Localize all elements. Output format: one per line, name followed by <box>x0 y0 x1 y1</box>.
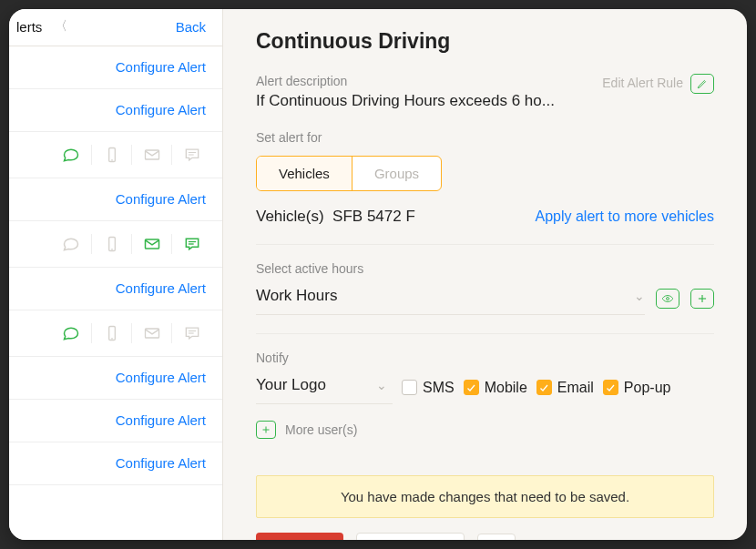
sidebar-item[interactable] <box>9 310 222 357</box>
app-window: lerts 〈 Back Configure Alert Configure A… <box>9 9 747 540</box>
scope-vehicles-tab[interactable]: Vehicles <box>257 157 352 190</box>
checkbox-icon <box>402 380 417 395</box>
configure-alert-link[interactable]: Configure Alert <box>116 412 206 428</box>
plus-icon <box>696 292 709 305</box>
message-icon[interactable] <box>171 323 211 343</box>
sidebar-item[interactable]: Configure Alert <box>9 46 222 89</box>
mail-icon[interactable] <box>131 145 171 165</box>
active-hours-value: Work Hours <box>256 287 337 305</box>
sidebar-item[interactable] <box>9 221 222 268</box>
sidebar-title: lerts <box>16 19 42 35</box>
checkbox-icon <box>464 380 479 395</box>
svg-point-15 <box>667 297 669 300</box>
chat-icon[interactable] <box>51 234 91 254</box>
configure-alert-link[interactable]: Configure Alert <box>116 455 206 471</box>
set-alert-label: Set alert for <box>256 130 714 145</box>
unsaved-changes-banner: You have made changes that need to be sa… <box>256 475 714 518</box>
checkbox-icon <box>536 380 552 395</box>
apply-more-vehicles-link[interactable]: Apply alert to more vehicles <box>535 208 714 225</box>
description-label: Alert description <box>256 74 555 88</box>
delete-button[interactable] <box>477 534 516 541</box>
description-text: If Continuous Driving Hours exceeds 6 ho… <box>256 92 555 110</box>
svg-rect-2 <box>145 150 158 159</box>
edit-rule-button[interactable] <box>690 74 714 94</box>
cancel-button[interactable]: CANCEL <box>356 533 465 540</box>
mobile-icon[interactable] <box>91 234 131 254</box>
vehicle-selection: Vehicle(s) SFB 5472 F <box>256 208 415 226</box>
add-user-button[interactable] <box>256 421 276 439</box>
notify-user-value: Your Logo <box>256 376 326 394</box>
svg-rect-12 <box>145 329 158 338</box>
view-hours-button[interactable] <box>656 289 679 309</box>
active-hours-select[interactable]: Work Hours ⌄ <box>256 281 645 315</box>
eye-icon <box>661 292 674 305</box>
chat-icon[interactable] <box>51 323 91 343</box>
sidebar-list: Configure Alert Configure Alert Configur… <box>9 46 222 540</box>
notify-user-select[interactable]: Your Logo ⌄ <box>256 371 393 404</box>
sidebar-header: lerts 〈 Back <box>9 9 222 46</box>
add-hours-button[interactable] <box>690 289 714 309</box>
edit-rule-label: Edit Alert Rule <box>602 76 683 92</box>
pencil-icon <box>696 77 709 90</box>
configure-alert-link[interactable]: Configure Alert <box>116 59 206 75</box>
chat-icon[interactable] <box>51 145 91 165</box>
chevron-down-icon[interactable]: 〈 <box>55 18 67 35</box>
notify-label: Notify <box>256 351 714 365</box>
mobile-icon[interactable] <box>91 323 131 343</box>
notify-sms-checkbox[interactable]: SMS <box>402 380 455 396</box>
sidebar-item[interactable] <box>9 132 222 178</box>
mobile-icon[interactable] <box>91 145 131 165</box>
active-hours-label: Select active hours <box>256 261 714 276</box>
message-icon[interactable] <box>171 145 211 165</box>
sidebar-item[interactable]: Configure Alert <box>9 442 222 485</box>
sidebar-item[interactable]: Configure Alert <box>9 178 222 221</box>
mail-icon[interactable] <box>131 234 171 254</box>
back-link[interactable]: Back <box>176 19 206 35</box>
sidebar: lerts 〈 Back Configure Alert Configure A… <box>9 9 223 540</box>
chevron-down-icon: ⌄ <box>634 289 645 303</box>
notify-email-checkbox[interactable]: Email <box>536 380 594 396</box>
notify-popup-checkbox[interactable]: Pop-up <box>603 380 671 396</box>
configure-alert-link[interactable]: Configure Alert <box>116 102 206 117</box>
configure-alert-link[interactable]: Configure Alert <box>116 191 206 207</box>
sidebar-item[interactable]: Configure Alert <box>9 400 222 442</box>
chevron-down-icon: ⌄ <box>376 378 387 392</box>
configure-alert-link[interactable]: Configure Alert <box>116 370 206 385</box>
save-button[interactable]: SAVE <box>256 533 343 540</box>
action-bar: SAVE CANCEL <box>256 533 714 540</box>
message-icon[interactable] <box>171 234 211 254</box>
main-panel: Continuous Driving Alert description If … <box>223 9 747 540</box>
sidebar-item[interactable]: Configure Alert <box>9 268 222 310</box>
sidebar-item[interactable]: Configure Alert <box>9 89 222 132</box>
scope-segmented: Vehicles Groups <box>256 156 442 191</box>
more-users-label: More user(s) <box>285 422 357 437</box>
page-title: Continuous Driving <box>256 29 714 54</box>
checkbox-icon <box>603 380 618 395</box>
configure-alert-link[interactable]: Configure Alert <box>116 280 206 296</box>
scope-groups-tab[interactable]: Groups <box>352 157 441 190</box>
mail-icon[interactable] <box>131 323 171 343</box>
sidebar-item[interactable]: Configure Alert <box>9 357 222 400</box>
plus-icon <box>261 424 271 435</box>
notify-mobile-checkbox[interactable]: Mobile <box>464 380 527 396</box>
